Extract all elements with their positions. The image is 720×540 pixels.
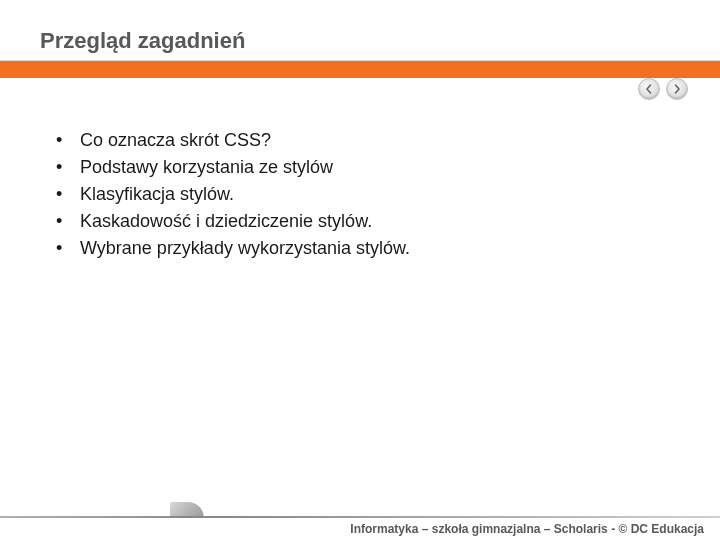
bullet-list: • Co oznacza skrót CSS? • Podstawy korzy… xyxy=(56,130,680,259)
bullet-icon: • xyxy=(56,184,80,205)
slide-header: Przegląd zagadnień xyxy=(0,0,720,78)
prev-button[interactable] xyxy=(638,78,660,100)
footer-decoration xyxy=(0,500,720,518)
footer-text: Informatyka – szkoła gimnazjalna – Schol… xyxy=(350,522,704,536)
accent-bar xyxy=(0,60,720,78)
bullet-icon: • xyxy=(56,238,80,259)
next-button[interactable] xyxy=(666,78,688,100)
list-item-text: Podstawy korzystania ze stylów xyxy=(80,157,333,178)
slide: Przegląd zagadnień • Co oznacza skrót CS… xyxy=(0,0,720,540)
chevron-right-icon xyxy=(672,80,682,98)
slide-title: Przegląd zagadnień xyxy=(40,28,245,54)
chevron-left-icon xyxy=(644,80,654,98)
list-item: • Klasyfikacja stylów. xyxy=(56,184,680,205)
list-item: • Podstawy korzystania ze stylów xyxy=(56,157,680,178)
bullet-icon: • xyxy=(56,211,80,232)
bullet-icon: • xyxy=(56,157,80,178)
footer-swoosh-icon xyxy=(170,502,204,518)
list-item-text: Klasyfikacja stylów. xyxy=(80,184,234,205)
list-item: • Wybrane przykłady wykorzystania stylów… xyxy=(56,238,680,259)
list-item: • Kaskadowość i dziedziczenie stylów. xyxy=(56,211,680,232)
list-item-text: Wybrane przykłady wykorzystania stylów. xyxy=(80,238,410,259)
list-item: • Co oznacza skrót CSS? xyxy=(56,130,680,151)
footer-line xyxy=(0,516,720,518)
bullet-icon: • xyxy=(56,130,80,151)
list-item-text: Co oznacza skrót CSS? xyxy=(80,130,271,151)
list-item-text: Kaskadowość i dziedziczenie stylów. xyxy=(80,211,372,232)
content-area: • Co oznacza skrót CSS? • Podstawy korzy… xyxy=(56,130,680,265)
